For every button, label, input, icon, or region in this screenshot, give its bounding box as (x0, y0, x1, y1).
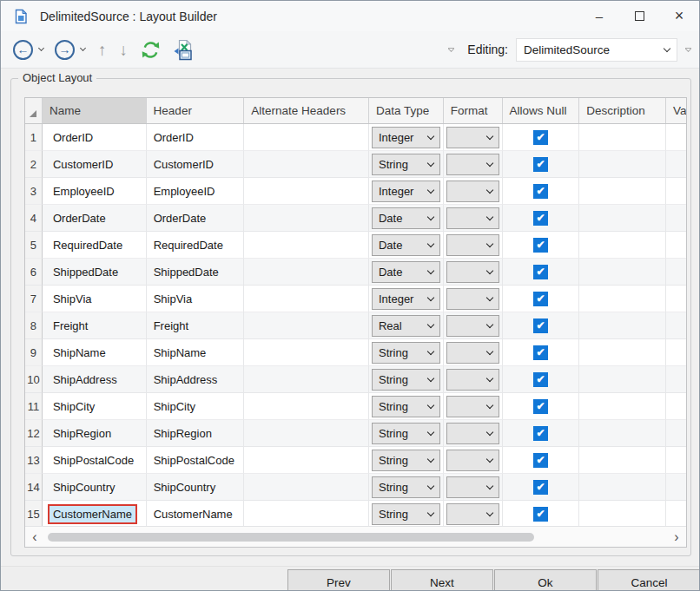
column-header-description[interactable]: Description (579, 98, 666, 123)
name-cell[interactable]: ShipName (43, 339, 147, 366)
format-select[interactable] (446, 261, 499, 283)
extra-cell[interactable] (666, 339, 686, 366)
cancel-button[interactable]: Cancel (598, 569, 700, 591)
format-select[interactable] (446, 476, 499, 498)
format-select[interactable] (446, 396, 499, 417)
extra-cell[interactable] (666, 178, 686, 205)
data-type-select[interactable]: Date (372, 261, 440, 283)
header-cell[interactable]: OrderDate (147, 205, 245, 232)
row-number-cell[interactable]: 11 (25, 393, 43, 420)
allows-null-checkbox[interactable]: ✔ (533, 399, 548, 414)
description-cell[interactable] (579, 312, 666, 339)
row-number-cell[interactable]: 2 (25, 151, 43, 178)
data-type-select[interactable]: Date (372, 234, 440, 256)
alt-headers-cell[interactable] (244, 312, 369, 339)
close-button[interactable]: × (659, 1, 699, 31)
header-cell[interactable]: EmployeeID (147, 178, 245, 205)
name-cell[interactable]: ShipCity (43, 393, 147, 420)
allows-null-checkbox[interactable]: ✔ (533, 453, 548, 468)
header-cell[interactable]: ShipRegion (147, 420, 245, 447)
name-cell[interactable]: CustomerName (43, 501, 147, 528)
data-type-select[interactable]: String (372, 476, 440, 498)
header-cell[interactable]: ShipAddress (147, 366, 245, 393)
alt-headers-cell[interactable] (244, 178, 369, 205)
back-button[interactable]: ← (13, 40, 33, 60)
alt-headers-cell[interactable] (244, 447, 369, 474)
data-type-select[interactable]: String (372, 154, 440, 175)
row-number-cell[interactable]: 7 (25, 286, 43, 312)
horizontal-scrollbar[interactable]: ‹ › (25, 526, 686, 547)
back-dropdown-chevron-icon[interactable] (38, 45, 44, 51)
description-cell[interactable] (579, 259, 666, 286)
alt-headers-cell[interactable] (244, 393, 369, 420)
column-header-extra[interactable]: Va (666, 98, 686, 123)
allows-null-checkbox[interactable]: ✔ (533, 130, 548, 145)
data-type-select[interactable]: Integer (372, 288, 440, 310)
row-number-cell[interactable]: 5 (25, 232, 43, 259)
scroll-left-arrow-icon[interactable]: ‹ (25, 528, 44, 547)
row-number-cell[interactable]: 14 (25, 474, 43, 501)
extra-cell[interactable] (666, 420, 686, 447)
alt-headers-cell[interactable] (244, 232, 369, 259)
name-cell[interactable]: ShipRegion (43, 420, 147, 447)
header-cell[interactable]: ShipCountry (147, 474, 245, 501)
row-number-cell[interactable]: 9 (25, 339, 43, 366)
name-cell[interactable]: OrderID (43, 124, 147, 151)
data-type-select[interactable]: Integer (372, 181, 440, 202)
format-select[interactable] (446, 342, 499, 364)
extra-cell[interactable] (666, 205, 686, 232)
move-down-button[interactable]: ↓ (120, 42, 129, 58)
description-cell[interactable] (579, 393, 666, 420)
description-cell[interactable] (579, 501, 666, 528)
row-number-cell[interactable]: 10 (25, 366, 43, 393)
data-type-select[interactable]: String (372, 450, 440, 471)
format-select[interactable] (446, 315, 499, 337)
data-type-select[interactable]: String (372, 423, 440, 444)
header-cell[interactable]: ShipCity (147, 393, 245, 420)
alt-headers-cell[interactable] (244, 420, 369, 447)
allows-null-checkbox[interactable]: ✔ (533, 157, 548, 172)
row-number-cell[interactable]: 8 (25, 312, 43, 339)
extra-cell[interactable] (666, 124, 686, 151)
description-cell[interactable] (579, 124, 666, 151)
format-select[interactable] (446, 288, 499, 310)
format-select[interactable] (446, 503, 499, 525)
format-select[interactable] (446, 234, 499, 256)
alt-headers-cell[interactable] (244, 151, 369, 178)
description-cell[interactable] (579, 366, 666, 393)
name-cell[interactable]: ShipVia (43, 286, 147, 312)
alt-headers-cell[interactable] (244, 366, 369, 393)
allows-null-checkbox[interactable]: ✔ (533, 345, 548, 360)
header-cell[interactable]: OrderID (147, 124, 245, 151)
name-cell[interactable]: EmployeeID (43, 178, 147, 205)
format-select[interactable] (446, 207, 499, 229)
header-cell[interactable]: ShipVia (147, 286, 245, 312)
header-cell[interactable]: RequiredDate (147, 232, 245, 259)
row-number-cell[interactable]: 6 (25, 259, 43, 286)
editing-combobox[interactable]: DelimitedSource (516, 38, 677, 62)
alt-headers-cell[interactable] (244, 501, 369, 528)
format-select[interactable] (446, 154, 499, 175)
scrollbar-thumb[interactable] (48, 533, 534, 542)
extra-cell[interactable] (666, 474, 686, 501)
header-cell[interactable]: CustomerID (147, 151, 245, 178)
allows-null-checkbox[interactable]: ✔ (533, 372, 548, 387)
row-number-cell[interactable]: 4 (25, 205, 43, 232)
description-cell[interactable] (579, 232, 666, 259)
description-cell[interactable] (579, 474, 666, 501)
column-header-name[interactable]: Name (43, 98, 147, 123)
description-cell[interactable] (579, 178, 666, 205)
column-header-format[interactable]: Format (444, 98, 503, 123)
export-layout-button[interactable] (172, 39, 194, 61)
allows-null-checkbox[interactable]: ✔ (533, 211, 548, 226)
data-type-select[interactable]: String (372, 396, 440, 417)
data-type-select[interactable]: String (372, 342, 440, 364)
row-number-cell[interactable]: 12 (25, 420, 43, 447)
toolbar-overflow-right-icon[interactable] (684, 48, 692, 51)
description-cell[interactable] (579, 339, 666, 366)
alt-headers-cell[interactable] (244, 259, 369, 286)
extra-cell[interactable] (666, 286, 686, 312)
description-cell[interactable] (579, 151, 666, 178)
name-cell[interactable]: RequiredDate (43, 232, 147, 259)
grid-corner-cell[interactable] (25, 98, 43, 123)
